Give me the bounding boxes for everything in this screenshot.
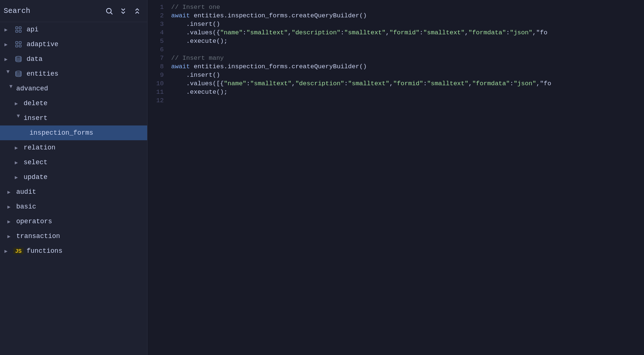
operators-label: operators: [16, 218, 52, 225]
code-line: 8await entities.inspection_forms.createQ…: [148, 62, 644, 71]
code-token: .insert(): [171, 21, 220, 28]
sidebar: ▶ api ▶ adapti: [0, 0, 148, 355]
expand-all-button[interactable]: [131, 6, 143, 17]
chevron-right-icon: ▶: [15, 174, 22, 180]
inspection-forms-label: inspection_forms: [30, 129, 93, 137]
sidebar-item-functions[interactable]: ▶ JS functions: [0, 244, 147, 258]
code-line: 11 .execute();: [148, 88, 644, 96]
code-token: :: [510, 80, 513, 87]
line-content: .execute();: [170, 37, 644, 45]
search-button[interactable]: [104, 6, 115, 17]
line-content: .values([{"name":"smalltext","descriptio…: [170, 79, 644, 88]
toolbar-buttons: [117, 6, 143, 17]
code-line: 2await entities.inspection_forms.createQ…: [148, 11, 644, 20]
sidebar-item-transaction[interactable]: ▶ transaction: [0, 229, 147, 244]
sidebar-item-relation[interactable]: ▶ relation: [0, 140, 147, 155]
code-token: "description": [295, 80, 344, 87]
update-label: update: [24, 173, 48, 181]
sidebar-item-entities[interactable]: ▶ entities: [0, 66, 147, 81]
chevron-right-icon: ▶: [4, 56, 12, 62]
code-token: "smalltext": [246, 29, 288, 36]
code-line: 6: [148, 45, 644, 54]
transaction-label: transaction: [16, 232, 60, 240]
line-number: 4: [148, 28, 170, 37]
line-number: 9: [148, 71, 170, 79]
functions-js-icon: JS: [13, 248, 24, 254]
code-token: ,"fo: [536, 80, 551, 87]
code-token: entities.inspection_forms.createQueryBui…: [194, 63, 367, 70]
sidebar-item-advanced[interactable]: ▶ advanced: [0, 81, 147, 96]
chevron-right-icon: ▶: [15, 159, 22, 166]
code-token: await: [171, 12, 194, 19]
line-content: .values({"name":"smalltext","description…: [170, 28, 644, 37]
code-line: 4 .values({"name":"smalltext","descripti…: [148, 28, 644, 37]
chevron-placeholder: ▶: [21, 130, 28, 136]
code-line: 9 .insert(): [148, 71, 644, 79]
svg-rect-8: [16, 45, 18, 47]
basic-label: basic: [16, 203, 36, 210]
select-label: select: [24, 159, 48, 166]
api-icon: [13, 26, 24, 33]
code-token: .values([{: [171, 80, 224, 87]
svg-point-10: [16, 56, 21, 58]
code-token: "formdata": [468, 29, 506, 36]
code-line: 7// Insert many: [148, 54, 644, 62]
collapse-all-button[interactable]: [117, 6, 129, 17]
sidebar-item-audit[interactable]: ▶ audit: [0, 185, 147, 199]
code-token: "name": [224, 80, 246, 87]
code-token: .insert(): [171, 72, 220, 79]
code-line: 5 .execute();: [148, 37, 644, 45]
collapse-all-icon: [119, 7, 127, 15]
code-token: "formid": [389, 29, 420, 36]
line-content: .insert(): [170, 20, 644, 28]
sidebar-item-select[interactable]: ▶ select: [0, 155, 147, 170]
line-number: 8: [148, 62, 170, 71]
audit-label: audit: [16, 188, 36, 196]
code-token: await: [171, 63, 194, 70]
sidebar-item-operators[interactable]: ▶ operators: [0, 214, 147, 229]
line-content: [170, 45, 644, 54]
code-token: "smalltext": [348, 80, 389, 87]
sidebar-item-delete[interactable]: ▶ delete: [0, 96, 147, 111]
line-content: .execute();: [170, 88, 644, 96]
search-input[interactable]: [4, 7, 101, 15]
sidebar-item-adaptive[interactable]: ▶ adaptive: [0, 37, 147, 52]
sidebar-item-api[interactable]: ▶ api: [0, 22, 147, 37]
chevron-down-icon: ▶: [8, 85, 14, 92]
line-content: await entities.inspection_forms.createQu…: [170, 11, 644, 20]
relation-label: relation: [24, 144, 55, 151]
adaptive-icon: [13, 41, 24, 48]
code-token: :: [246, 80, 250, 87]
sidebar-item-update[interactable]: ▶ update: [0, 170, 147, 185]
chevron-right-icon: ▶: [7, 218, 15, 225]
code-token: ,: [386, 29, 389, 36]
code-token: :: [419, 29, 423, 36]
chevron-right-icon: ▶: [7, 189, 15, 195]
chevron-down-icon: ▶: [5, 70, 11, 77]
code-token: :: [340, 29, 344, 36]
code-token: // Insert one: [171, 4, 220, 11]
line-number: 12: [148, 96, 170, 105]
sidebar-item-data[interactable]: ▶ data: [0, 52, 147, 66]
sidebar-item-inspection-forms[interactable]: ▶ inspection_forms: [0, 125, 147, 140]
data-label: data: [27, 55, 42, 63]
svg-rect-6: [16, 42, 18, 44]
sidebar-item-basic[interactable]: ▶ basic: [0, 199, 147, 214]
code-line: 1// Insert one: [148, 3, 644, 11]
sidebar-item-insert[interactable]: ▶ insert: [0, 111, 147, 125]
line-number: 7: [148, 54, 170, 62]
code-editor[interactable]: 1// Insert one2await entities.inspection…: [148, 0, 644, 355]
code-token: ,: [465, 29, 468, 36]
line-number: 6: [148, 45, 170, 54]
svg-rect-4: [16, 30, 18, 32]
expand-all-icon: [133, 7, 141, 15]
code-token: "formdata": [472, 80, 510, 87]
entities-db-icon: [13, 70, 24, 77]
code-line: 3 .insert(): [148, 20, 644, 28]
line-number: 1: [148, 3, 170, 11]
code-token: ,: [291, 80, 295, 87]
line-content: .insert(): [170, 71, 644, 79]
svg-rect-3: [19, 27, 21, 29]
line-number: 10: [148, 79, 170, 88]
line-number: 5: [148, 37, 170, 45]
